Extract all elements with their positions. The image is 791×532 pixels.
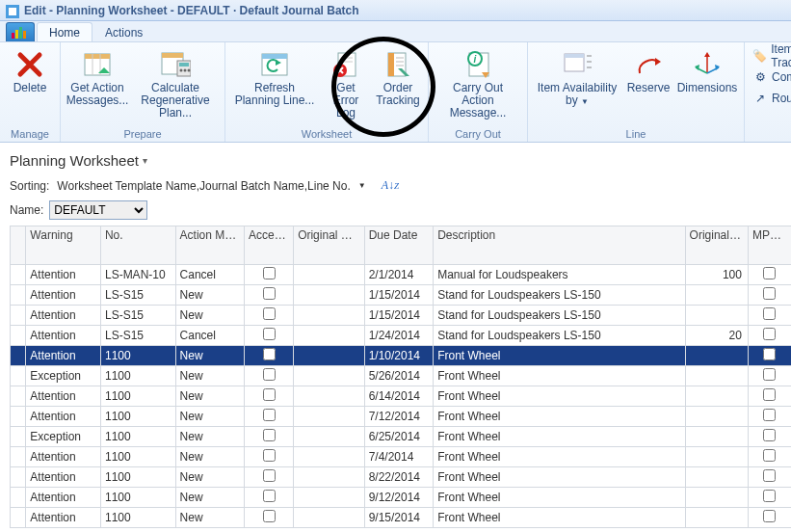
cell-warning[interactable]: Exception xyxy=(26,427,101,447)
cell-due[interactable]: 9/15/2014 xyxy=(364,508,433,528)
cell-desc[interactable]: Front Wheel xyxy=(434,488,685,508)
planning-worksheet-grid[interactable]: Warning No. Action Message Accept Action… xyxy=(10,226,791,528)
cell-due[interactable]: 1/15/2014 xyxy=(364,306,433,326)
cell-no[interactable]: 1100 xyxy=(100,407,175,427)
cell-origdue[interactable] xyxy=(294,346,365,366)
accept-checkbox[interactable] xyxy=(263,267,276,279)
cell-mps[interactable] xyxy=(748,427,791,447)
mps-checkbox[interactable] xyxy=(763,348,776,360)
col-action[interactable]: Action Message xyxy=(175,226,244,265)
cell-no[interactable]: 1100 xyxy=(100,488,175,508)
cell-due[interactable]: 2/1/2014 xyxy=(364,265,433,285)
carry-out-action-button[interactable]: i Carry Out Action Message... xyxy=(435,46,521,120)
tab-actions[interactable]: Actions xyxy=(92,22,155,41)
cell-desc[interactable]: Front Wheel xyxy=(434,467,685,488)
cell-action[interactable]: New xyxy=(175,386,244,407)
cell-desc[interactable]: Manual for Loudspeakers xyxy=(434,265,685,285)
cell-qty[interactable] xyxy=(685,346,748,366)
cell-action[interactable]: New xyxy=(175,488,244,508)
cell-mps[interactable] xyxy=(748,407,791,427)
cell-no[interactable]: 1100 xyxy=(100,447,175,467)
cell-accept[interactable] xyxy=(245,427,294,447)
row-handle[interactable] xyxy=(11,285,26,306)
mps-checkbox[interactable] xyxy=(763,429,776,441)
cell-qty[interactable] xyxy=(685,285,748,306)
cell-desc[interactable]: Stand for Loudspeakers LS-150 xyxy=(434,326,685,346)
cell-mps[interactable] xyxy=(748,447,791,467)
cell-origdue[interactable] xyxy=(294,285,365,306)
cell-no[interactable]: LS-S15 xyxy=(100,326,175,346)
cell-no[interactable]: LS-MAN-10 xyxy=(100,265,175,285)
accept-checkbox[interactable] xyxy=(263,490,276,502)
mps-checkbox[interactable] xyxy=(763,469,776,482)
name-select[interactable]: DEFAULT xyxy=(49,200,147,220)
cell-desc[interactable]: Front Wheel xyxy=(434,366,685,386)
cell-due[interactable]: 1/10/2014 xyxy=(364,346,433,366)
mps-checkbox[interactable] xyxy=(763,267,776,279)
mps-checkbox[interactable] xyxy=(763,409,776,421)
table-row[interactable]: Attention1100New1/10/2014Front Wheel xyxy=(11,346,792,366)
reserve-button[interactable]: Reserve xyxy=(624,46,672,108)
mps-checkbox[interactable] xyxy=(763,287,776,300)
cell-action[interactable]: New xyxy=(175,366,244,386)
cell-origdue[interactable] xyxy=(294,265,365,285)
sorting-value[interactable]: Worksheet Template Name,Journal Batch Na… xyxy=(57,179,350,193)
cell-desc[interactable]: Front Wheel xyxy=(434,508,685,528)
cell-due[interactable]: 8/22/2014 xyxy=(364,467,433,488)
cell-action[interactable]: New xyxy=(175,306,244,326)
cell-mps[interactable] xyxy=(748,306,791,326)
cell-origdue[interactable] xyxy=(294,488,365,508)
row-handle[interactable] xyxy=(11,366,26,386)
cell-mps[interactable] xyxy=(748,285,791,306)
row-handle[interactable] xyxy=(11,407,26,427)
cell-due[interactable]: 6/25/2014 xyxy=(364,427,433,447)
col-no[interactable]: No. xyxy=(100,226,175,265)
row-handle[interactable] xyxy=(11,467,26,488)
cell-qty[interactable] xyxy=(685,488,748,508)
cell-action[interactable]: New xyxy=(175,346,244,366)
row-handle[interactable] xyxy=(11,346,26,366)
accept-checkbox[interactable] xyxy=(263,469,276,482)
cell-mps[interactable] xyxy=(748,467,791,488)
table-row[interactable]: Exception1100New6/25/2014Front Wheel xyxy=(11,427,792,447)
cell-mps[interactable] xyxy=(748,326,791,346)
cell-due[interactable]: 7/12/2014 xyxy=(364,407,433,427)
cell-origdue[interactable] xyxy=(294,386,365,407)
cell-accept[interactable] xyxy=(245,285,294,306)
col-accept[interactable]: Accept Action Mes... xyxy=(245,226,294,265)
table-row[interactable]: Attention1100New7/4/2014Front Wheel xyxy=(11,447,792,467)
table-row[interactable]: AttentionLS-S15Cancel1/24/2014Stand for … xyxy=(11,326,792,346)
mps-checkbox[interactable] xyxy=(763,388,776,401)
item-tracking-button[interactable]: 🏷️ Item Tracking xyxy=(747,46,791,66)
cell-origdue[interactable] xyxy=(294,447,365,467)
accept-checkbox[interactable] xyxy=(263,287,276,300)
cell-warning[interactable]: Attention xyxy=(26,447,101,467)
table-row[interactable]: AttentionLS-MAN-10Cancel2/1/2014Manual f… xyxy=(11,265,792,285)
cell-action[interactable]: New xyxy=(175,407,244,427)
cell-due[interactable]: 9/12/2014 xyxy=(364,488,433,508)
cell-mps[interactable] xyxy=(748,386,791,407)
cell-no[interactable]: LS-S15 xyxy=(100,306,175,326)
row-handle[interactable] xyxy=(11,427,26,447)
table-row[interactable]: Attention1100New7/12/2014Front Wheel xyxy=(11,407,792,427)
cell-warning[interactable]: Attention xyxy=(26,346,101,366)
cell-accept[interactable] xyxy=(245,508,294,528)
accept-checkbox[interactable] xyxy=(263,449,276,462)
cell-mps[interactable] xyxy=(748,366,791,386)
cell-warning[interactable]: Attention xyxy=(26,306,101,326)
cell-warning[interactable]: Attention xyxy=(26,467,101,488)
cell-qty[interactable] xyxy=(685,407,748,427)
cell-due[interactable]: 1/24/2014 xyxy=(364,326,433,346)
cell-origdue[interactable] xyxy=(294,306,365,326)
cell-accept[interactable] xyxy=(245,346,294,366)
routing-button[interactable]: ↗ Routing xyxy=(747,89,791,108)
cell-desc[interactable]: Front Wheel xyxy=(434,407,685,427)
cell-action[interactable]: New xyxy=(175,285,244,306)
cell-accept[interactable] xyxy=(245,366,294,386)
accept-checkbox[interactable] xyxy=(263,429,276,441)
row-handle[interactable] xyxy=(11,508,26,528)
mps-checkbox[interactable] xyxy=(763,449,776,462)
cell-no[interactable]: 1100 xyxy=(100,346,175,366)
cell-no[interactable]: LS-S15 xyxy=(100,285,175,306)
cell-no[interactable]: 1100 xyxy=(100,386,175,407)
